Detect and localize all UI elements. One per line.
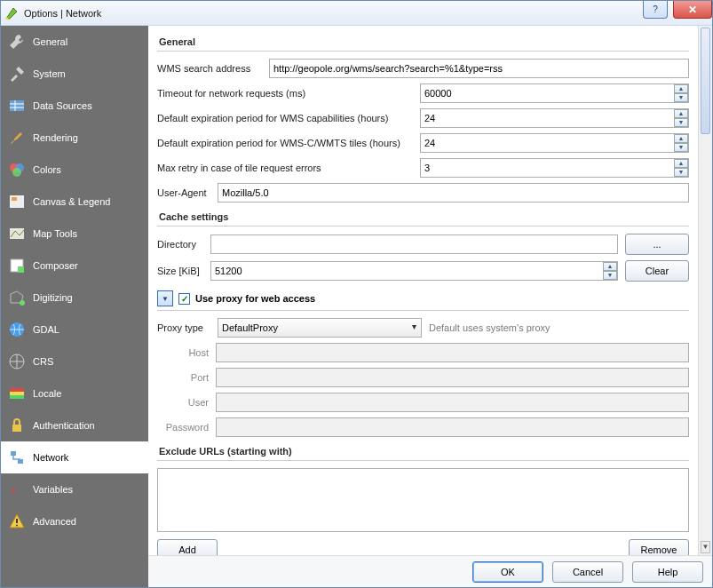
group-exclude-urls: Exclude URLs (starting with) Add Remove <box>157 442 689 555</box>
sidebar-item-label: Authentication <box>33 420 95 431</box>
proxy-password-input[interactable] <box>216 417 689 437</box>
window-title: Options | Network <box>24 8 101 19</box>
spin-down-icon[interactable]: ▼ <box>674 143 688 152</box>
exclude-urls-list[interactable] <box>157 468 689 532</box>
help-button[interactable]: Help <box>632 561 703 583</box>
wms-search-input[interactable] <box>269 59 689 78</box>
sidebar-item-rendering[interactable]: Rendering <box>1 122 148 154</box>
proxy-type-hint: Default uses system's proxy <box>429 322 551 333</box>
spin-up-icon[interactable]: ▲ <box>674 84 688 93</box>
dialog-body: General System Data Sources Rendering Co… <box>1 26 712 587</box>
wms-cap-input[interactable] <box>420 108 689 128</box>
digitizing-icon <box>8 289 26 306</box>
sidebar-item-locale[interactable]: Locale <box>1 377 148 409</box>
proxy-port-label: Port <box>157 372 209 383</box>
cache-size-input[interactable] <box>210 261 618 281</box>
sidebar-item-crs[interactable]: CRS <box>1 346 148 377</box>
ok-button[interactable]: OK <box>472 561 543 583</box>
spin-up-icon[interactable]: ▲ <box>674 159 688 168</box>
sidebar-item-variables[interactable]: ε Variables <box>1 473 148 505</box>
epsilon-icon: ε <box>8 481 26 498</box>
spin-buttons[interactable]: ▲▼ <box>674 84 688 102</box>
sidebar-item-digitizing[interactable]: Digitizing <box>1 282 148 314</box>
spin-down-icon[interactable]: ▼ <box>674 168 688 177</box>
titlebar-help-button[interactable]: ? <box>643 1 668 19</box>
spin-down-icon[interactable]: ▼ <box>603 271 617 280</box>
sidebar-item-label: CRS <box>33 356 53 367</box>
timeout-input[interactable] <box>420 83 689 103</box>
svg-rect-9 <box>12 197 17 201</box>
spin-down-icon[interactable]: ▼ <box>674 93 688 102</box>
svg-rect-1 <box>10 100 24 111</box>
spin-up-icon[interactable]: ▲ <box>603 262 617 271</box>
spin-up-icon[interactable]: ▲ <box>674 109 688 118</box>
use-proxy-checkbox[interactable]: ✓ <box>178 293 190 305</box>
wms-search-label: WMS search address <box>157 63 262 74</box>
sidebar-item-gdal[interactable]: GDAL <box>1 314 148 346</box>
svg-rect-21 <box>10 395 24 399</box>
titlebar: Options | Network ? ✕ <box>1 1 712 26</box>
table-icon <box>8 97 26 115</box>
wmsc-input[interactable] <box>420 133 689 153</box>
colors-icon <box>8 161 26 179</box>
user-agent-input[interactable] <box>218 183 689 203</box>
group-header-general: General <box>157 33 689 52</box>
cancel-button[interactable]: Cancel <box>552 561 623 583</box>
exclude-remove-button[interactable]: Remove <box>629 539 689 555</box>
sidebar-item-label: Rendering <box>33 132 78 143</box>
retry-input[interactable] <box>420 158 689 178</box>
sidebar-item-data-sources[interactable]: Data Sources <box>1 90 148 122</box>
timeout-label: Timeout for network requests (ms) <box>157 88 413 99</box>
sidebar-item-colors[interactable]: Colors <box>1 154 148 186</box>
sidebar: General System Data Sources Rendering Co… <box>1 26 148 587</box>
svg-rect-20 <box>10 392 24 395</box>
spin-up-icon[interactable]: ▲ <box>674 134 688 143</box>
sidebar-item-composer[interactable]: Composer <box>1 250 148 282</box>
tools-icon <box>8 65 26 83</box>
svg-point-27 <box>16 525 18 527</box>
network-icon <box>8 449 26 466</box>
sidebar-item-label: Digitizing <box>33 292 73 303</box>
cache-dir-label: Directory <box>157 239 203 250</box>
spin-buttons[interactable]: ▲▼ <box>674 134 688 152</box>
sidebar-item-system[interactable]: System <box>1 58 148 90</box>
maptools-icon <box>8 225 26 242</box>
spin-buttons[interactable]: ▲▼ <box>603 262 617 280</box>
sidebar-item-authentication[interactable]: Authentication <box>1 409 148 441</box>
titlebar-close-button[interactable]: ✕ <box>673 1 712 19</box>
app-icon <box>4 6 19 20</box>
scrollbar-thumb[interactable] <box>701 28 710 134</box>
sidebar-item-label: Map Tools <box>33 228 77 239</box>
spin-down-icon[interactable]: ▼ <box>674 118 688 127</box>
sidebar-item-label: Data Sources <box>33 100 92 111</box>
flag-icon <box>8 385 26 402</box>
sidebar-item-canvas-legend[interactable]: Canvas & Legend <box>1 186 148 218</box>
sidebar-item-label: Network <box>33 452 68 463</box>
spin-buttons[interactable]: ▲▼ <box>674 159 688 177</box>
proxy-user-label: User <box>157 397 209 408</box>
exclude-urls-header: Exclude URLs (starting with) <box>157 442 689 461</box>
sidebar-item-map-tools[interactable]: Map Tools <box>1 218 148 250</box>
sidebar-item-general[interactable]: General <box>1 26 148 58</box>
warning-icon <box>8 513 26 530</box>
retry-label: Max retry in case of tile request errors <box>157 163 413 173</box>
sidebar-item-advanced[interactable]: Advanced <box>1 505 148 537</box>
cache-browse-button[interactable]: ... <box>625 234 689 255</box>
spin-buttons[interactable]: ▲▼ <box>674 109 688 127</box>
globe-icon <box>8 321 26 338</box>
proxy-type-select[interactable]: DefaultProxy <box>218 318 422 338</box>
cache-dir-input[interactable] <box>210 234 618 254</box>
canvas-icon <box>8 193 26 211</box>
proxy-type-label: Proxy type <box>157 322 210 333</box>
exclude-add-button[interactable]: Add <box>157 539 218 555</box>
proxy-port-input[interactable] <box>216 368 689 387</box>
scroll-down-icon[interactable]: ▼ <box>701 541 710 553</box>
proxy-user-input[interactable] <box>216 393 689 412</box>
sidebar-item-network[interactable]: Network <box>1 441 148 473</box>
brush-icon <box>8 129 26 147</box>
cache-clear-button[interactable]: Clear <box>625 260 689 282</box>
wmsc-label: Default expiration period for WMS-C/WMTS… <box>157 138 413 148</box>
proxy-host-input[interactable] <box>216 343 689 362</box>
vertical-scrollbar[interactable]: ▼ <box>698 26 712 555</box>
collapse-toggle-icon[interactable]: ▼ <box>157 290 173 306</box>
